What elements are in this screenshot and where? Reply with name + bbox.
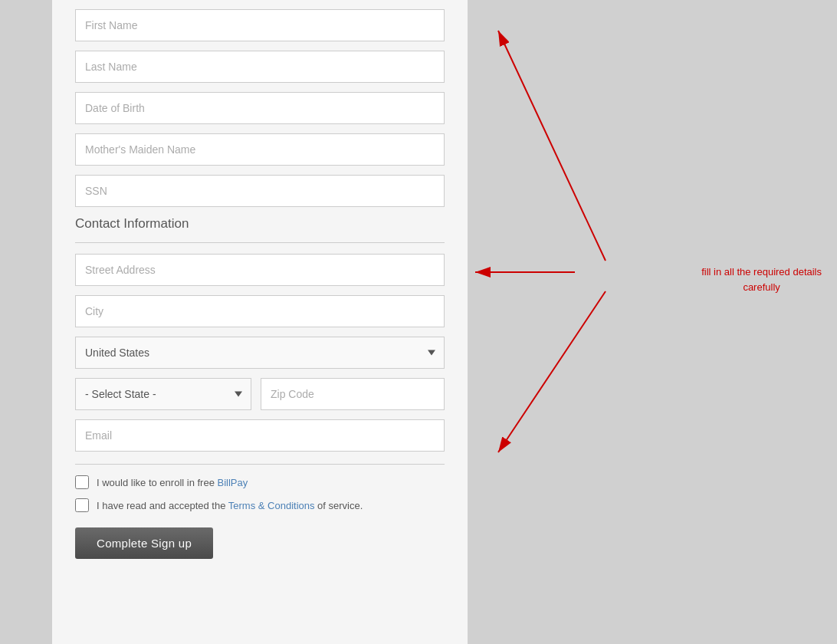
city-input[interactable] bbox=[75, 295, 445, 327]
terms-link[interactable]: Terms & Conditions bbox=[228, 500, 315, 511]
svg-line-1 bbox=[498, 31, 606, 261]
state-zip-row: - Select State - Alabama Alaska Arizona … bbox=[75, 378, 445, 410]
email-input[interactable] bbox=[75, 419, 445, 452]
maiden-name-input[interactable] bbox=[75, 133, 445, 166]
terms-checkbox[interactable] bbox=[75, 498, 89, 512]
billpay-row: I would like to enroll in free BillPay bbox=[75, 475, 445, 489]
complete-signup-button[interactable]: Complete Sign up bbox=[75, 527, 213, 559]
billpay-link[interactable]: BillPay bbox=[218, 477, 248, 488]
annotation-arrows bbox=[468, 0, 747, 644]
country-select[interactable]: United States Canada Mexico United Kingd… bbox=[75, 337, 445, 369]
last-name-input[interactable] bbox=[75, 51, 445, 83]
state-select-wrapper: - Select State - Alabama Alaska Arizona … bbox=[75, 378, 251, 410]
zip-code-input[interactable] bbox=[261, 378, 445, 410]
section-divider bbox=[75, 242, 445, 243]
first-name-input[interactable] bbox=[75, 9, 445, 41]
state-select[interactable]: - Select State - Alabama Alaska Arizona … bbox=[75, 378, 251, 410]
ssn-input[interactable] bbox=[75, 175, 445, 207]
dob-input[interactable] bbox=[75, 92, 445, 124]
country-select-wrapper: United States Canada Mexico United Kingd… bbox=[75, 337, 445, 369]
footer-divider bbox=[75, 464, 445, 465]
terms-row: I have read and accepted the Terms & Con… bbox=[75, 498, 445, 512]
annotation-text: fill in all the required details careful… bbox=[701, 264, 822, 294]
svg-line-3 bbox=[498, 291, 606, 452]
annotation-overlay: fill in all the required details careful… bbox=[468, 0, 837, 644]
terms-label: I have read and accepted the Terms & Con… bbox=[97, 500, 363, 511]
contact-info-title: Contact Information bbox=[75, 216, 445, 232]
street-address-input[interactable] bbox=[75, 254, 445, 286]
billpay-checkbox[interactable] bbox=[75, 475, 89, 489]
billpay-label: I would like to enroll in free BillPay bbox=[97, 477, 248, 488]
